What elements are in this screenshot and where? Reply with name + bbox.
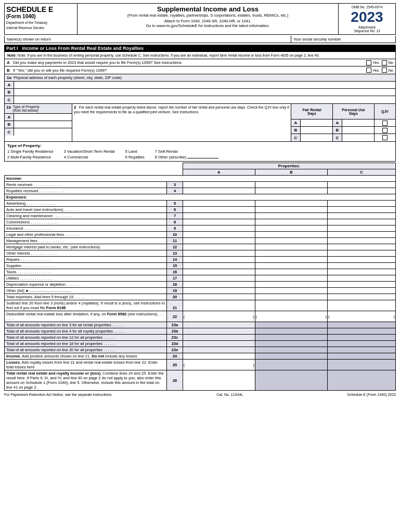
line-17-a[interactable] bbox=[183, 275, 255, 282]
line-17-c[interactable] bbox=[327, 275, 395, 282]
fr-value-a[interactable] bbox=[301, 119, 332, 126]
line-3-c[interactable] bbox=[327, 182, 395, 188]
line-20-c[interactable] bbox=[327, 294, 395, 300]
line-13-a[interactable] bbox=[183, 250, 255, 257]
line-21-b[interactable] bbox=[255, 300, 327, 311]
line-7-a[interactable] bbox=[183, 213, 255, 219]
pu-value-c[interactable] bbox=[342, 134, 374, 141]
line-17-b[interactable] bbox=[255, 275, 327, 282]
line-16-a[interactable] bbox=[183, 269, 255, 275]
line-24-shaded2 bbox=[327, 353, 395, 360]
line-20-b[interactable] bbox=[255, 294, 327, 300]
line-23b-val[interactable] bbox=[183, 328, 255, 335]
line-8-b[interactable] bbox=[255, 219, 327, 225]
line-14-a[interactable] bbox=[183, 257, 255, 263]
line-12-c[interactable] bbox=[327, 244, 395, 250]
no-checkbox-a[interactable] bbox=[382, 60, 387, 65]
qjv-row-a[interactable] bbox=[375, 119, 395, 127]
qjv-checkbox-b[interactable] bbox=[382, 128, 388, 133]
question-b-text: If "Yes," did you or will you file requi… bbox=[13, 68, 366, 73]
line-14-b[interactable] bbox=[255, 257, 327, 263]
line-11-a[interactable] bbox=[183, 238, 255, 244]
line-10-a[interactable] bbox=[183, 232, 255, 238]
line-22-c[interactable]: ( ) bbox=[327, 311, 395, 322]
line-18-c[interactable] bbox=[327, 282, 395, 288]
line-11-c[interactable] bbox=[327, 238, 395, 244]
pu-value-a[interactable] bbox=[342, 119, 374, 126]
type-value-a[interactable] bbox=[14, 114, 72, 121]
line-6-a[interactable] bbox=[183, 207, 255, 213]
yes-checkbox-b[interactable] bbox=[366, 68, 371, 73]
line-23c-val[interactable] bbox=[183, 335, 255, 341]
line-14-c[interactable] bbox=[327, 257, 395, 263]
line-23a-val[interactable] bbox=[183, 322, 255, 328]
line-4-a[interactable] bbox=[183, 188, 255, 194]
line-6-c[interactable] bbox=[327, 207, 395, 213]
line-18-a[interactable] bbox=[183, 282, 255, 288]
line-22-a[interactable]: ( ) bbox=[183, 311, 255, 322]
line-3-b[interactable] bbox=[255, 182, 327, 188]
line-12-a[interactable] bbox=[183, 244, 255, 250]
ssn-field[interactable]: Your social security number bbox=[291, 36, 395, 43]
line-10-c[interactable] bbox=[327, 232, 395, 238]
line-4-b[interactable] bbox=[255, 188, 327, 194]
name-field[interactable]: Name(s) shown on return bbox=[5, 36, 291, 43]
line-15-b[interactable] bbox=[255, 263, 327, 269]
line-15-a[interactable] bbox=[183, 263, 255, 269]
line-3-a[interactable] bbox=[183, 182, 255, 188]
fr-value-b[interactable] bbox=[301, 127, 332, 134]
line-11-b[interactable] bbox=[255, 238, 327, 244]
line-15-c[interactable] bbox=[327, 263, 395, 269]
line-9-b[interactable] bbox=[255, 225, 327, 232]
line-6-b[interactable] bbox=[255, 207, 327, 213]
line-5-b[interactable] bbox=[255, 201, 327, 207]
line-8-c[interactable] bbox=[327, 219, 395, 225]
line-16-b[interactable] bbox=[255, 269, 327, 275]
qjv-checkbox-c[interactable] bbox=[382, 135, 388, 140]
qjv-checkbox-a[interactable] bbox=[382, 121, 388, 126]
line-5-c[interactable] bbox=[327, 201, 395, 207]
line-23c-shaded2 bbox=[327, 335, 395, 341]
line-13-b[interactable] bbox=[255, 250, 327, 257]
addr-value-b[interactable] bbox=[14, 89, 395, 96]
question-a-yes[interactable]: Yes bbox=[366, 60, 379, 65]
line-23d-val[interactable] bbox=[183, 341, 255, 347]
line-19-a[interactable] bbox=[183, 288, 255, 294]
line-19-b[interactable] bbox=[255, 288, 327, 294]
line-8-a[interactable] bbox=[183, 219, 255, 225]
line-22-b[interactable]: ( ) bbox=[255, 311, 327, 322]
line-24-val[interactable] bbox=[183, 353, 255, 360]
pu-value-b[interactable] bbox=[342, 127, 374, 134]
question-a-no[interactable]: No bbox=[382, 60, 393, 65]
question-b-no[interactable]: No bbox=[382, 68, 393, 73]
line-25-val[interactable]: ( ) bbox=[183, 360, 255, 370]
line-19-c[interactable] bbox=[327, 288, 395, 294]
line-9-c[interactable] bbox=[327, 225, 395, 232]
qjv-row-c[interactable] bbox=[375, 134, 395, 141]
line-8-label: Commissions . . . . . . . . . . . . . bbox=[5, 219, 167, 225]
addr-value-a[interactable] bbox=[14, 82, 395, 88]
line-21-c[interactable] bbox=[327, 300, 395, 311]
line-23e-val[interactable] bbox=[183, 347, 255, 353]
line-26-val[interactable] bbox=[183, 370, 255, 391]
yes-checkbox-a[interactable] bbox=[366, 60, 371, 65]
line-10-b[interactable] bbox=[255, 232, 327, 238]
line-7-c[interactable] bbox=[327, 213, 395, 219]
addr-value-c[interactable] bbox=[14, 96, 395, 103]
line-13-c[interactable] bbox=[327, 250, 395, 257]
qjv-row-b[interactable] bbox=[375, 127, 395, 134]
type-value-c[interactable] bbox=[14, 128, 72, 136]
line-5-a[interactable] bbox=[183, 201, 255, 207]
line-20-a[interactable] bbox=[183, 294, 255, 300]
question-b-yes[interactable]: Yes bbox=[366, 68, 379, 73]
type-value-b[interactable] bbox=[14, 121, 72, 128]
line-12-b[interactable] bbox=[255, 244, 327, 250]
no-checkbox-b[interactable] bbox=[382, 68, 387, 73]
line-9-a[interactable] bbox=[183, 225, 255, 232]
line-4-c[interactable] bbox=[327, 188, 395, 194]
line-7-b[interactable] bbox=[255, 213, 327, 219]
line-18-b[interactable] bbox=[255, 282, 327, 288]
line-16-c[interactable] bbox=[327, 269, 395, 275]
line-21-a[interactable] bbox=[183, 300, 255, 311]
fr-value-c[interactable] bbox=[301, 134, 332, 141]
